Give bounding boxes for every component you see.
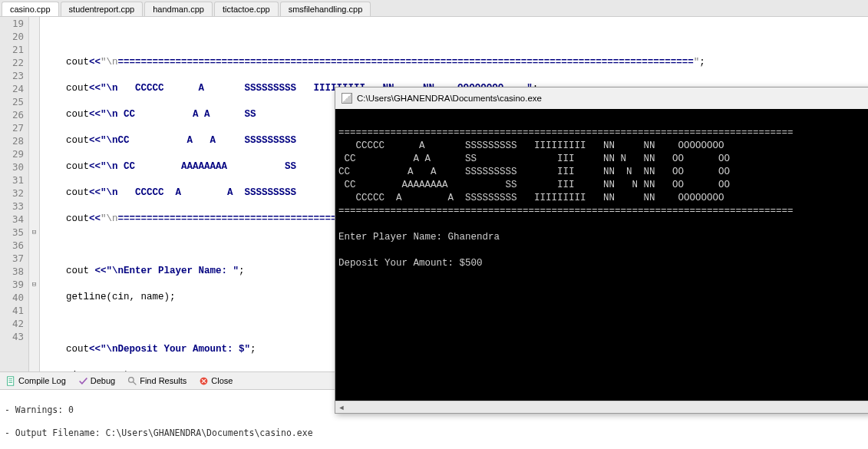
token: ; bbox=[250, 344, 256, 355]
token: "\nDeposit Your Amount: $" bbox=[101, 344, 250, 355]
token: cout bbox=[66, 266, 95, 276]
token: cout bbox=[66, 57, 89, 68]
tab-label: Compile Log bbox=[18, 376, 66, 385]
output-line: - Output Filename: C:\Users\GHANENDRA\Do… bbox=[5, 428, 863, 439]
token: << bbox=[95, 266, 107, 276]
tab-compile-log[interactable]: Compile Log bbox=[3, 375, 69, 388]
token: << bbox=[89, 109, 101, 120]
check-icon bbox=[78, 376, 88, 386]
svg-rect-3 bbox=[8, 382, 12, 383]
svg-line-5 bbox=[134, 381, 137, 385]
tab-label: Debug bbox=[91, 376, 115, 385]
token: << bbox=[89, 161, 101, 172]
console-scrollbar[interactable]: ◄ bbox=[335, 401, 868, 413]
token: cout bbox=[66, 213, 89, 224]
fold-column[interactable]: ⊟⊟ bbox=[29, 17, 40, 371]
tab-smsfilehandling[interactable]: smsfilehandling.cpp bbox=[280, 2, 371, 16]
tab-casino[interactable]: casino.cpp bbox=[2, 2, 59, 16]
tab-handman[interactable]: handman.cpp bbox=[144, 2, 213, 16]
svg-rect-1 bbox=[8, 378, 12, 379]
token: << bbox=[89, 57, 101, 68]
token: << bbox=[89, 213, 101, 224]
token: << bbox=[89, 187, 101, 198]
token: >> bbox=[89, 370, 101, 371]
token: cout bbox=[66, 109, 89, 120]
tab-studentreport[interactable]: studentreport.cpp bbox=[61, 2, 144, 16]
svg-point-4 bbox=[129, 377, 134, 382]
console-window[interactable]: C:\Users\GHANENDRA\Documents\casino.exe … bbox=[335, 87, 868, 414]
tab-label: Find Results bbox=[140, 376, 186, 385]
tab-label: Close bbox=[211, 376, 233, 385]
token: << bbox=[89, 83, 101, 94]
token: ========================================… bbox=[118, 213, 355, 224]
token: cout bbox=[66, 187, 89, 198]
scroll-left-icon[interactable]: ◄ bbox=[335, 402, 348, 413]
token: "\n bbox=[101, 213, 118, 224]
tab-close[interactable]: Close bbox=[196, 375, 236, 388]
token: << bbox=[89, 344, 101, 355]
token: "\n CC AAAAAAAA SS bbox=[101, 161, 296, 172]
token: (cin, name); bbox=[107, 292, 176, 302]
token: "\n CCCCC A A SSSSSSSSS bbox=[101, 187, 296, 198]
token: cout bbox=[66, 83, 89, 94]
tab-tictactoe[interactable]: tictactoe.cpp bbox=[214, 2, 279, 16]
token: getline bbox=[66, 292, 107, 302]
console-titlebar[interactable]: C:\Users\GHANENDRA\Documents\casino.exe bbox=[335, 87, 868, 109]
line-numbers: 1920212223242526272829303132333435363738… bbox=[0, 17, 29, 371]
close-icon bbox=[199, 376, 209, 386]
token: ; bbox=[239, 266, 245, 276]
console-output[interactable]: ========================================… bbox=[335, 109, 868, 401]
token: cout bbox=[66, 344, 89, 355]
report-icon bbox=[6, 376, 16, 386]
token: << bbox=[89, 135, 101, 146]
token: "\nEnter Player Name: " bbox=[107, 266, 239, 276]
token: ; bbox=[699, 57, 705, 68]
token: "\n bbox=[101, 57, 118, 68]
tab-find-results[interactable]: Find Results bbox=[124, 375, 190, 388]
token: "\nCC A A SSSSSSSSS bbox=[101, 135, 296, 146]
svg-rect-2 bbox=[8, 380, 12, 381]
tab-debug[interactable]: Debug bbox=[75, 375, 118, 388]
search-icon bbox=[127, 376, 137, 386]
token: ========================================… bbox=[118, 57, 694, 68]
token: cout bbox=[66, 135, 89, 146]
file-tabs: casino.cpp studentreport.cpp handman.cpp… bbox=[0, 0, 868, 17]
token: cin bbox=[66, 370, 89, 371]
token: cout bbox=[66, 161, 89, 172]
token: amnt; bbox=[101, 370, 135, 371]
console-icon bbox=[342, 93, 352, 104]
console-title-text: C:\Users\GHANENDRA\Documents\casino.exe bbox=[357, 94, 542, 103]
